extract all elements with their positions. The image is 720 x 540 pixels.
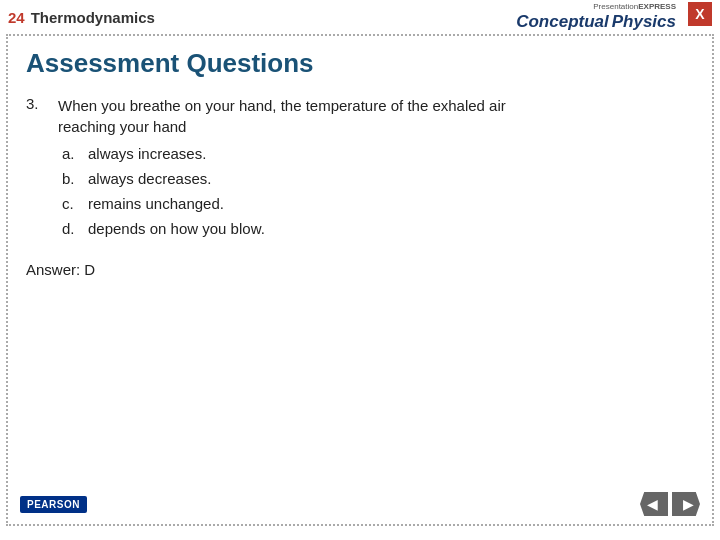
branding-block: PresentationEXPRESS Conceptual Physics: [516, 2, 676, 32]
chapter-number: 24: [8, 9, 25, 26]
list-item: c. remains unchanged.: [62, 193, 506, 214]
option-letter-c: c.: [62, 193, 80, 214]
nav-forward-button[interactable]: ▶: [672, 492, 700, 516]
option-letter-a: a.: [62, 143, 80, 164]
list-item: d. depends on how you blow.: [62, 218, 506, 239]
question-block: 3. When you breathe on your hand, the te…: [26, 95, 694, 243]
option-text-b: always decreases.: [88, 168, 211, 189]
option-letter-d: d.: [62, 218, 80, 239]
option-text-c: remains unchanged.: [88, 193, 224, 214]
question-content: When you breathe on your hand, the tempe…: [58, 95, 506, 243]
option-letter-b: b.: [62, 168, 80, 189]
page-title: Assessment Questions: [26, 48, 694, 79]
header-left: 24 Thermodynamics: [8, 9, 155, 26]
list-item: b. always decreases.: [62, 168, 506, 189]
chapter-title: Thermodynamics: [31, 9, 155, 26]
brand-conceptual: Conceptual: [516, 12, 609, 32]
nav-buttons[interactable]: ◀ ▶: [640, 492, 700, 516]
brand-physics: Physics: [612, 12, 676, 32]
options-list: a. always increases. b. always decreases…: [62, 143, 506, 239]
question-number: 3.: [26, 95, 46, 243]
header: 24 Thermodynamics PresentationEXPRESS Co…: [0, 0, 720, 34]
question-text: When you breathe on your hand, the tempe…: [58, 95, 506, 137]
option-text-d: depends on how you blow.: [88, 218, 265, 239]
answer-text: Answer: D: [26, 261, 95, 278]
option-text-a: always increases.: [88, 143, 206, 164]
bottom-bar: PEARSON ◀ ▶: [8, 492, 712, 516]
pearson-logo: PEARSON: [20, 496, 87, 513]
answer-block: Answer: D: [26, 261, 694, 278]
list-item: a. always increases.: [62, 143, 506, 164]
brand-presentation: PresentationEXPRESS: [593, 2, 676, 12]
close-button[interactable]: X: [688, 2, 712, 26]
main-container: Assessment Questions 3. When you breathe…: [6, 34, 714, 526]
nav-back-button[interactable]: ◀: [640, 492, 668, 516]
